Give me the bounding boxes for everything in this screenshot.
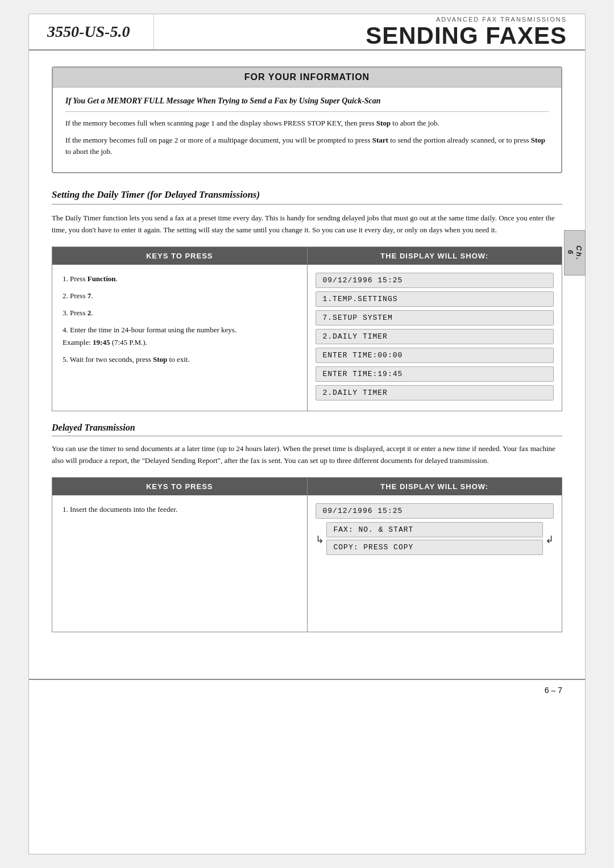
page-number: 6 – 7 [545, 686, 562, 695]
keys-col-1-header: KEYS TO PRESS [52, 247, 307, 265]
display-col-1-header: THE DISPLAY WILL SHOW: [308, 247, 562, 265]
list-item: 2. Press 7. [63, 290, 297, 302]
info-box: FOR YOUR INFORMATION If You Get a MEMORY… [52, 66, 562, 173]
list-item: 3. Press 2. [63, 307, 297, 319]
display-col-1-body: 09/12/1996 15:25 1.TEMP.SETTINGS 7.SETUP… [308, 265, 562, 411]
arrow-right-icon: ↲ [545, 533, 554, 546]
header-right: ADVANCED FAX TRANSMISSIONS SENDING FAXES [154, 14, 585, 49]
lcd-display-2-1: 09/12/1996 15:25 [316, 503, 554, 519]
keys-display-table-1: KEYS TO PRESS 1. Press Function. 2. Pres… [52, 247, 562, 411]
keys-col-1-body: 1. Press Function. 2. Press 7. 3. Press … [52, 265, 307, 401]
chapter-label: Ch. [575, 245, 583, 261]
page-title: SENDING FAXES [366, 24, 567, 48]
info-box-para2: If the memory becomes full on page 2 or … [65, 135, 549, 157]
lcd-display-2-2: FAX: NO. & START [326, 522, 544, 537]
lcd-display-2-3: COPY: PRESS COPY [326, 540, 544, 555]
lcd-display-group-2: ↳ FAX: NO. & START COPY: PRESS COPY ↲ [316, 522, 554, 557]
display-col-1: THE DISPLAY WILL SHOW: 09/12/1996 15:25 … [308, 247, 562, 411]
list-item: 4. Enter the time in 24-hour format usin… [63, 324, 297, 349]
list-item: 1. Press Function. [63, 273, 297, 285]
display-col-2-header: THE DISPLAY WILL SHOW: [308, 478, 562, 495]
display-col-2-body: 09/12/1996 15:25 ↳ FAX: NO. & START COPY… [308, 495, 562, 632]
model-number: 3550-US-5.0 [29, 14, 154, 49]
section1-para: The Daily Timer function lets you send a… [52, 212, 562, 236]
chapter-number: 6 [566, 250, 575, 255]
list-item: 5. Wait for two seconds, press Stop to e… [63, 353, 297, 366]
lcd-display-1-1: 09/12/1996 15:25 [316, 273, 554, 288]
keys-col-2-body: 1. Insert the documents into the feeder. [52, 495, 307, 632]
info-box-header: FOR YOUR INFORMATION [53, 68, 561, 87]
lcd-display-1-3: 7.SETUP SYSTEM [316, 310, 554, 326]
lcd-display-1-6: ENTER TIME:19:45 [316, 366, 554, 382]
lcd-display-1-4: 2.DAILY TIMER [316, 329, 554, 344]
info-box-para1: If the memory becomes full when scanning… [65, 118, 549, 129]
info-box-subtitle: If You Get a MEMORY FULL Message When Tr… [65, 97, 549, 112]
lcd-stack-2: FAX: NO. & START COPY: PRESS COPY [326, 522, 544, 557]
section1-heading: Setting the Daily Timer (for Delayed Tra… [52, 189, 562, 205]
lcd-display-1-7: 2.DAILY TIMER [316, 385, 554, 400]
page: Ch. 6 3550-US-5.0 ADVANCED FAX TRANSMISS… [28, 14, 586, 854]
section2-heading: Delayed Transmission [52, 423, 562, 436]
display-col-2: THE DISPLAY WILL SHOW: 09/12/1996 15:25 … [308, 478, 562, 632]
keys-display-table-2: KEYS TO PRESS 1. Insert the documents in… [52, 477, 562, 632]
arrow-left-icon: ↳ [316, 533, 324, 546]
chapter-tab: Ch. 6 [564, 230, 586, 276]
lcd-display-1-5: ENTER TIME:00:00 [316, 348, 554, 363]
list-item: 1. Insert the documents into the feeder. [63, 503, 297, 516]
info-box-body: If You Get a MEMORY FULL Message When Tr… [53, 87, 561, 172]
page-footer: 6 – 7 [29, 679, 585, 700]
keys-list-2: 1. Insert the documents into the feeder. [63, 503, 297, 516]
keys-list-1: 1. Press Function. 2. Press 7. 3. Press … [63, 273, 297, 366]
page-header: 3550-US-5.0 ADVANCED FAX TRANSMISSIONS S… [29, 14, 585, 51]
section2-para: You can use the timer to send documents … [52, 443, 562, 467]
lcd-display-1-2: 1.TEMP.SETTINGS [316, 291, 554, 307]
main-content: FOR YOUR INFORMATION If You Get a MEMORY… [29, 51, 585, 665]
keys-col-2: KEYS TO PRESS 1. Insert the documents in… [52, 478, 308, 632]
keys-col-1: KEYS TO PRESS 1. Press Function. 2. Pres… [52, 247, 308, 411]
keys-col-2-header: KEYS TO PRESS [52, 478, 307, 495]
